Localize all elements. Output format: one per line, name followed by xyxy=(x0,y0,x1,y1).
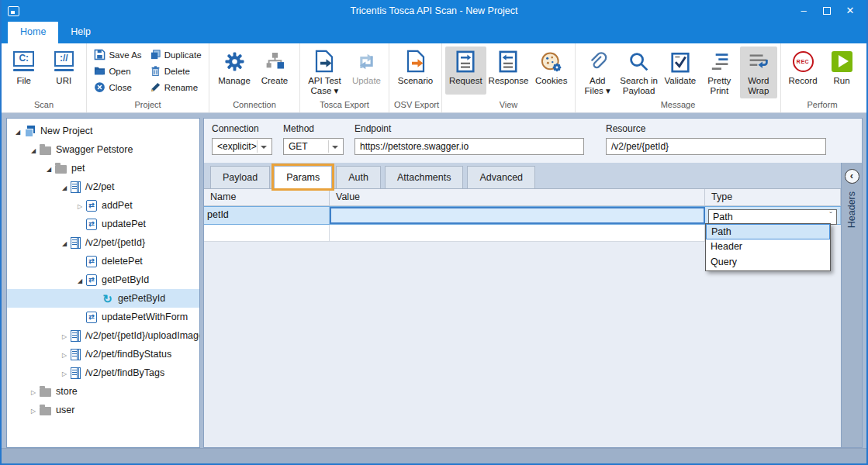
expand-toggle-icon[interactable] xyxy=(75,274,85,285)
tree-item[interactable]: deletePet xyxy=(7,252,199,270)
tree-item[interactable]: /v2/pet/findByTags xyxy=(7,363,199,382)
project-tree-panel: New Project Swagger Petstore pet /v2/pet… xyxy=(6,118,200,448)
expand-toggle-icon[interactable] xyxy=(60,330,69,341)
operation-icon xyxy=(86,219,97,230)
tree-item[interactable]: updatePetWithForm xyxy=(7,308,199,326)
endpoint-label: Endpoint xyxy=(354,123,584,134)
column-header-name[interactable]: Name xyxy=(204,189,330,206)
group-label-scan: Scan xyxy=(2,99,86,112)
request-view-button[interactable]: Request xyxy=(445,46,486,95)
tree-item[interactable]: Swagger Petstore xyxy=(7,140,199,159)
project-icon xyxy=(24,126,36,137)
expand-toggle-icon[interactable] xyxy=(29,405,38,415)
resource-icon xyxy=(71,330,81,342)
ribbon-group-message: Add Files ▾ Search in Payload Validate P… xyxy=(576,43,781,112)
tree-item[interactable]: /v2/pet/{petId}/uploadImage xyxy=(7,326,199,345)
tab-advanced[interactable]: Advanced xyxy=(467,166,535,188)
file-button[interactable]: C: File xyxy=(5,46,43,95)
dropdown-option-header[interactable]: Header xyxy=(706,239,830,255)
expand-toggle-icon[interactable] xyxy=(44,163,54,174)
tab-params[interactable]: Params xyxy=(274,166,332,188)
uri-button[interactable]: :// URI xyxy=(45,46,84,95)
update-button[interactable]: Update xyxy=(348,46,386,95)
validate-button[interactable]: Validate xyxy=(662,46,699,95)
scenario-button[interactable]: Scenario xyxy=(396,46,435,95)
duplicate-icon xyxy=(150,49,161,60)
gear-icon xyxy=(223,49,246,74)
run-button[interactable]: Run xyxy=(823,46,860,95)
save-as-button[interactable]: Save As xyxy=(92,48,144,61)
expand-toggle-icon[interactable] xyxy=(60,237,69,248)
rename-button[interactable]: Rename xyxy=(147,81,204,94)
create-button[interactable]: Create xyxy=(255,46,294,95)
window-title: Tricentis Tosca API Scan - New Project xyxy=(0,5,868,16)
dropdown-option-query[interactable]: Query xyxy=(706,255,830,270)
pencil-icon xyxy=(150,81,161,93)
column-header-type[interactable]: Type xyxy=(705,189,841,206)
group-label-view: View xyxy=(442,99,575,112)
tree-item[interactable]: New Project xyxy=(7,122,199,140)
expand-toggle-icon[interactable] xyxy=(60,181,69,192)
type-select[interactable]: Path xyxy=(708,209,837,225)
maximize-icon[interactable] xyxy=(823,7,831,15)
expand-toggle-icon[interactable] xyxy=(29,144,38,155)
manage-button[interactable]: Manage xyxy=(215,46,254,95)
folder-icon xyxy=(40,407,51,415)
group-label-osv-export: OSV Export xyxy=(389,99,441,112)
record-button[interactable]: REC Record xyxy=(784,46,821,95)
tab-home[interactable]: Home xyxy=(8,22,58,43)
tab-help[interactable]: Help xyxy=(58,22,103,43)
title-bar[interactable]: Tricentis Tosca API Scan - New Project –… xyxy=(0,0,868,22)
add-files-button[interactable]: Add Files ▾ xyxy=(579,46,616,98)
close-icon[interactable]: ✕ xyxy=(843,4,857,18)
tree-item[interactable]: /v2/pet xyxy=(7,177,199,196)
duplicate-button[interactable]: Duplicate xyxy=(147,48,204,61)
table-row[interactable]: petId Path xyxy=(204,206,841,225)
expand-toggle-icon[interactable] xyxy=(60,349,69,360)
tree-item[interactable]: pet xyxy=(7,159,199,177)
delete-button[interactable]: Delete xyxy=(147,64,204,78)
column-header-value[interactable]: Value xyxy=(330,189,705,206)
expand-toggle-icon[interactable] xyxy=(29,386,38,397)
word-wrap-button[interactable]: Word Wrap xyxy=(740,46,777,98)
tab-attachments[interactable]: Attachments xyxy=(385,166,463,188)
tree-item[interactable]: /v2/pet/{petId} xyxy=(7,233,199,252)
tree-item[interactable]: getPetById xyxy=(7,270,199,289)
tab-auth[interactable]: Auth xyxy=(336,166,381,188)
folder-icon xyxy=(40,388,51,397)
param-name-cell[interactable]: petId xyxy=(204,207,330,224)
method-select[interactable]: GET xyxy=(283,138,344,155)
tree-item[interactable]: addPet xyxy=(7,196,199,215)
expand-toggle-icon[interactable] xyxy=(75,200,85,211)
resource-input[interactable] xyxy=(606,138,826,155)
search-icon xyxy=(628,49,650,74)
close-project-button[interactable]: Close xyxy=(92,81,144,94)
tab-payload[interactable]: Payload xyxy=(210,166,270,188)
ribbon-group-perform: REC Record Run Perform xyxy=(781,43,863,112)
ribbon-group-osv-export: Scenario OSV Export xyxy=(389,43,442,112)
cookies-button[interactable]: Cookies xyxy=(531,46,572,95)
minimize-icon[interactable]: – xyxy=(797,4,811,18)
headers-flyout-tab[interactable]: Headers xyxy=(846,191,857,228)
connection-select[interactable]: <explicit> xyxy=(212,138,272,155)
search-in-payload-button[interactable]: Search in Payload xyxy=(617,46,659,98)
api-test-case-button[interactable]: API Test Case ▾ xyxy=(303,46,346,98)
tree-item[interactable]: updatePet xyxy=(7,215,199,233)
expand-toggle-icon[interactable] xyxy=(60,367,69,378)
open-button[interactable]: Open xyxy=(92,64,144,78)
chevron-left-icon[interactable]: ‹ xyxy=(845,169,859,184)
dropdown-option-path[interactable]: Path xyxy=(706,224,830,239)
endpoint-input[interactable] xyxy=(354,138,584,155)
document-export-orange-icon xyxy=(406,49,426,74)
tree-item[interactable]: store xyxy=(7,382,199,401)
pretty-print-button[interactable]: Pretty Print xyxy=(700,46,738,98)
tree-item[interactable]: user xyxy=(7,401,199,419)
tree-item-selected[interactable]: getPetById xyxy=(7,289,199,308)
operation-icon xyxy=(86,256,97,267)
response-view-button[interactable]: Response xyxy=(488,46,530,95)
ribbon-group-connection: Manage Create Connection xyxy=(209,43,300,112)
workspace: New Project Swagger Petstore pet /v2/pet… xyxy=(2,114,866,448)
param-value-cell[interactable] xyxy=(330,207,705,224)
expand-toggle-icon[interactable] xyxy=(13,126,22,136)
tree-item[interactable]: /v2/pet/findByStatus xyxy=(7,345,199,363)
